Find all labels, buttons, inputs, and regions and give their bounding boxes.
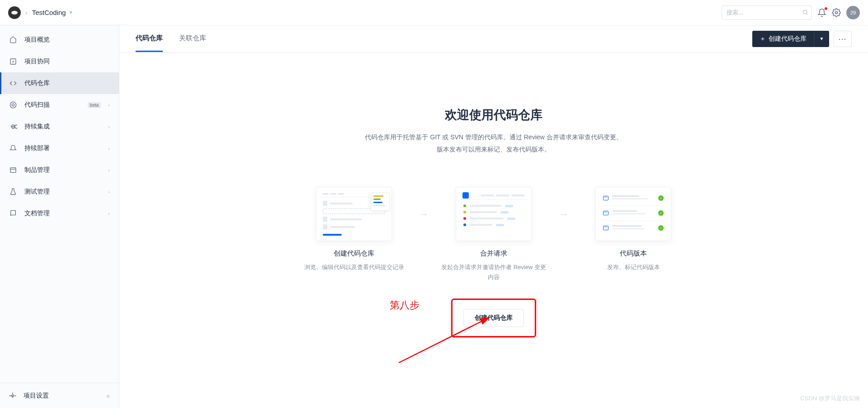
svg-point-4 xyxy=(10,102,16,108)
cd-icon xyxy=(9,145,17,152)
collapse-sidebar-icon[interactable]: « xyxy=(106,392,110,399)
feature-title: 代码版本 xyxy=(580,249,687,258)
svg-point-0 xyxy=(803,10,807,14)
sidebar-item-collab[interactable]: 项目协同 xyxy=(0,51,119,72)
annotation-step-label: 第八步 xyxy=(390,299,420,312)
breadcrumb: › TestCoding ▼ xyxy=(8,6,73,19)
top-header: › TestCoding ▼ 29 xyxy=(0,0,868,25)
cta-area: 第八步 创建代码仓库 xyxy=(137,299,850,337)
ci-icon xyxy=(9,124,17,129)
search-icon xyxy=(802,9,808,15)
feature-code-version: ✓ ✓ ✓ 代码版本 发布、标记代码版本 xyxy=(580,187,687,272)
chevron-right-icon: › xyxy=(108,189,110,195)
gear-icon xyxy=(9,392,16,399)
sidebar-item-label: 持续集成 xyxy=(24,123,101,131)
breadcrumb-separator-icon: › xyxy=(25,9,28,16)
sidebar-item-artifact[interactable]: 制品管理 › xyxy=(0,159,119,181)
create-repo-button[interactable]: ＋ 创建代码仓库 xyxy=(752,31,814,47)
sidebar: 项目概览 项目协同 代码仓库 代码扫描 beta › 持续集成 › 持续部署 ›… xyxy=(0,25,119,408)
sidebar-item-label: 代码扫描 xyxy=(24,101,79,109)
sidebar-item-scan[interactable]: 代码扫描 beta › xyxy=(0,94,119,116)
chevron-right-icon: › xyxy=(108,102,110,108)
settings-gear-icon[interactable] xyxy=(832,8,841,17)
feature-desc: 浏览、编辑代码以及查看代码提交记录 xyxy=(301,262,407,272)
doc-icon xyxy=(9,210,17,217)
welcome-title: 欢迎使用代码仓库 xyxy=(137,107,850,123)
features-row: 创建代码仓库 浏览、编辑代码以及查看代码提交记录 → xyxy=(137,187,850,282)
tab-active[interactable]: 代码仓库 xyxy=(136,25,163,52)
svg-point-5 xyxy=(12,104,14,106)
sidebar-item-overview[interactable]: 项目概览 xyxy=(0,29,119,51)
welcome-section: 欢迎使用代码仓库 代码仓库用于托管基于 GIT 或 SVN 管理的代码库。通过 … xyxy=(119,52,868,356)
sidebar-item-repo[interactable]: 代码仓库 xyxy=(0,72,119,94)
illustration-create-repo xyxy=(316,187,392,241)
chevron-right-icon: › xyxy=(108,146,110,151)
notification-dot-icon xyxy=(825,7,827,10)
sidebar-footer: 项目设置 « xyxy=(0,383,119,408)
collab-icon xyxy=(9,58,17,65)
feature-desc: 发布、标记代码版本 xyxy=(580,262,687,272)
project-name: TestCoding xyxy=(32,9,66,16)
svg-line-1 xyxy=(807,13,808,14)
user-avatar[interactable]: 29 xyxy=(846,6,860,19)
overview-icon xyxy=(9,36,17,43)
feature-desc: 发起合并请求并邀请协作者 Review 变更内容 xyxy=(441,262,547,282)
feature-title: 合并请求 xyxy=(441,249,547,258)
annotation-highlight-box: 创建代码仓库 xyxy=(451,299,536,337)
svg-point-2 xyxy=(835,11,838,14)
illustration-merge-request xyxy=(456,187,532,241)
chevron-right-icon: › xyxy=(108,211,110,216)
project-selector[interactable]: TestCoding ▼ xyxy=(32,9,73,16)
sidebar-item-ci[interactable]: 持续集成 › xyxy=(0,116,119,138)
chevron-right-icon: › xyxy=(108,167,110,173)
tabs-bar: 代码仓库关联仓库 ＋ 创建代码仓库 ▼ ⋯ xyxy=(119,25,868,52)
settings-label: 项目设置 xyxy=(24,392,49,400)
scan-icon xyxy=(9,101,17,109)
sidebar-item-test[interactable]: 测试管理 › xyxy=(0,181,119,203)
create-repo-cta-button[interactable]: 创建代码仓库 xyxy=(463,309,524,327)
beta-badge: beta xyxy=(88,102,101,108)
search-box xyxy=(722,5,812,20)
sidebar-item-label: 代码仓库 xyxy=(24,79,110,87)
artifact-icon xyxy=(9,166,17,174)
logo-icon[interactable] xyxy=(8,6,21,19)
sidebar-item-cd[interactable]: 持续部署 › xyxy=(0,138,119,159)
sidebar-item-label: 项目协同 xyxy=(24,57,110,66)
sidebar-item-label: 文档管理 xyxy=(24,209,101,218)
create-repo-dropdown-button[interactable]: ▼ xyxy=(814,31,829,47)
svg-rect-6 xyxy=(10,168,16,173)
plus-icon: ＋ xyxy=(760,35,766,43)
arrow-right-icon: → xyxy=(419,209,429,220)
header-actions: 29 xyxy=(722,5,860,20)
feature-create-repo: 创建代码仓库 浏览、编辑代码以及查看代码提交记录 xyxy=(301,187,407,272)
chevron-right-icon: › xyxy=(108,124,110,129)
search-input[interactable] xyxy=(722,5,812,20)
sidebar-item-label: 项目概览 xyxy=(24,36,110,44)
create-repo-button-group: ＋ 创建代码仓库 ▼ xyxy=(752,31,829,47)
feature-merge-request: 合并请求 发起合并请求并邀请协作者 Review 变更内容 xyxy=(441,187,547,282)
feature-title: 创建代码仓库 xyxy=(301,249,407,258)
more-actions-button[interactable]: ⋯ xyxy=(834,31,852,47)
caret-down-icon: ▼ xyxy=(69,10,73,15)
sidebar-item-doc[interactable]: 文档管理 › xyxy=(0,203,119,224)
arrow-right-icon: → xyxy=(559,209,569,220)
illustration-code-version: ✓ ✓ ✓ xyxy=(595,187,671,241)
repo-icon xyxy=(9,80,17,87)
test-icon xyxy=(9,188,17,195)
sidebar-item-label: 持续部署 xyxy=(24,144,101,152)
welcome-description: 代码仓库用于托管基于 GIT 或 SVN 管理的代码库。通过 Review 合并… xyxy=(137,131,850,155)
sidebar-item-label: 测试管理 xyxy=(24,188,101,196)
project-settings-link[interactable]: 项目设置 xyxy=(9,392,49,400)
main-content: 代码仓库关联仓库 ＋ 创建代码仓库 ▼ ⋯ 欢迎使用代码仓库 代码仓库用于托管基… xyxy=(119,25,868,408)
sidebar-item-label: 制品管理 xyxy=(24,166,101,174)
watermark-text: CSDN @罗马是我实锤 xyxy=(800,394,860,403)
notification-bell-icon[interactable] xyxy=(817,8,826,17)
tab-inactive[interactable]: 关联仓库 xyxy=(179,25,206,52)
